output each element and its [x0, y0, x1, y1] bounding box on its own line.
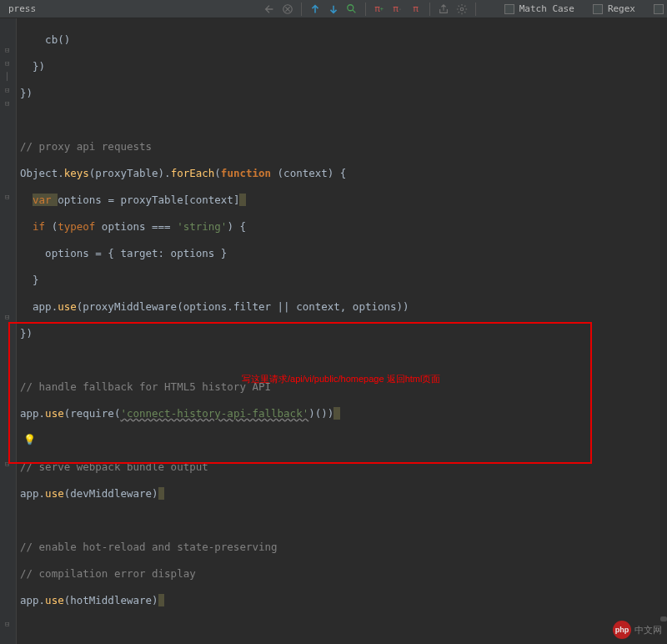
separator — [429, 3, 430, 16]
code-line: // serve webpack bundle output — [20, 460, 667, 474]
code-line: // proxy api requests — [20, 140, 667, 153]
code-line: }) — [20, 87, 667, 100]
code-line — [20, 354, 667, 367]
separator — [475, 3, 476, 16]
code-line — [20, 434, 667, 447]
pi-remove-icon[interactable]: π- — [391, 3, 404, 16]
code-area[interactable]: cb() }) }) // proxy api requests Object.… — [17, 18, 667, 644]
code-line: // compilation error display — [20, 567, 667, 581]
lightbulb-icon[interactable]: 💡 — [23, 434, 36, 445]
gutter[interactable]: ⊟ ⊟ │ ⊟ ⊟ ⊟ ⊟ ⊟ ⊟ — [0, 18, 17, 644]
match-case-checkbox[interactable] — [504, 4, 514, 14]
code-line: // enable hot-reload and state-preservin… — [20, 541, 667, 554]
prev-icon[interactable] — [263, 3, 276, 16]
pi-icon[interactable]: π — [409, 3, 423, 16]
code-line: if (typeof options === 'string') { — [20, 220, 667, 234]
code-line: options = { target: options } — [20, 247, 667, 260]
close-icon[interactable] — [281, 3, 294, 16]
code-line — [20, 621, 667, 634]
extra-checkbox[interactable] — [654, 4, 664, 14]
watermark-text: 中文网 — [634, 624, 662, 636]
code-line: cb() — [20, 33, 667, 47]
gear-icon[interactable] — [455, 3, 469, 16]
file-tab[interactable]: press — [3, 2, 41, 16]
code-line: Object.keys(proxyTable).forEach(function… — [20, 167, 667, 180]
svg-point-1 — [347, 4, 353, 10]
code-editor[interactable]: ⊟ ⊟ │ ⊟ ⊟ ⊟ ⊟ ⊟ ⊟ cb() }) }) // proxy ap… — [0, 18, 667, 644]
annotation-text: 写这里请求/api/vi/public/homepage 返回html页面 — [242, 372, 440, 385]
code-line — [20, 113, 667, 127]
arrow-down-icon[interactable] — [327, 3, 340, 16]
separator — [301, 3, 302, 16]
match-case-label: Match Case — [519, 3, 574, 14]
separator — [365, 3, 366, 16]
code-line: var options = proxyTable[context] — [20, 194, 667, 207]
code-line — [20, 514, 667, 527]
pi-add-icon[interactable]: π+ — [373, 3, 386, 16]
code-line: }) — [20, 327, 667, 340]
code-line: app.use(devMiddleware) — [20, 487, 667, 501]
find-icon[interactable] — [345, 3, 359, 16]
code-line: } — [20, 274, 667, 287]
export-icon[interactable] — [437, 3, 450, 16]
code-line: app.use(proxyMiddleware(options.filter |… — [20, 300, 667, 314]
code-line: }) — [20, 60, 667, 73]
regex-label: Regex — [608, 3, 635, 14]
watermark-badge: php — [613, 621, 631, 639]
svg-point-2 — [460, 8, 464, 11]
arrow-up-icon[interactable] — [308, 3, 322, 16]
regex-checkbox[interactable] — [593, 4, 603, 14]
watermark: php 中文网 — [613, 621, 662, 639]
code-line: app.use(hotMiddleware) — [20, 594, 667, 607]
code-line: app.use(require('connect-history-api-fal… — [20, 407, 667, 420]
editor-toolbar: press π+ π- π Match Case Regex — [0, 0, 667, 18]
